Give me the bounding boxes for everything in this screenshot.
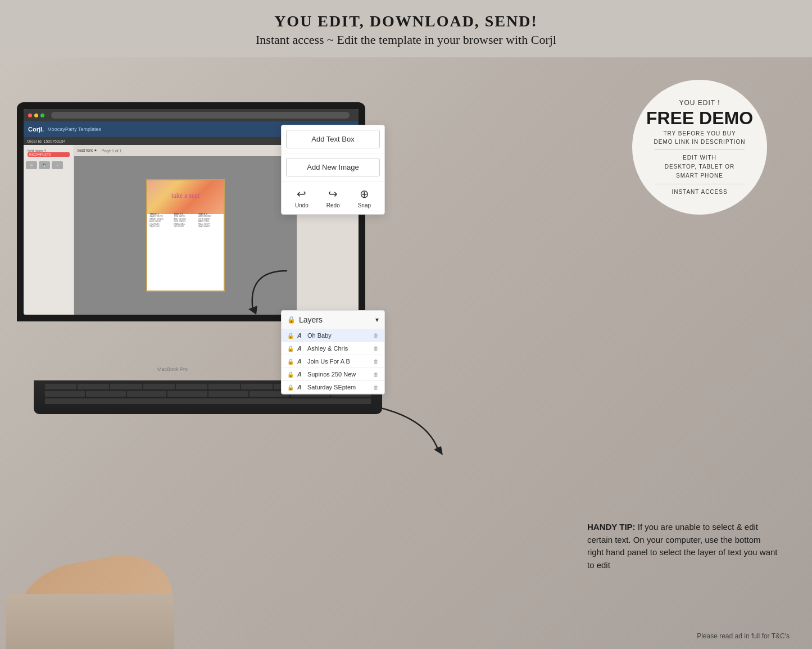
seating-card-content: TABLE 1JAMES WHITESARAH JONESMIKE CHENLI…	[149, 211, 221, 228]
corjl-floating-panel: Add Text Box Add New Image ↩ Undo ↪ Redo…	[281, 125, 385, 215]
key	[127, 391, 167, 397]
key	[78, 384, 109, 389]
layer-name-1: Oh Baby	[307, 332, 370, 339]
corjl-order-id: Order Id: 1500750194	[27, 139, 66, 143]
layer-lock-icon-2: 🔒	[287, 346, 294, 352]
layer-lock-icon-5: 🔒	[287, 384, 294, 391]
corjl-action-buttons: ⟳ 💾 ✓	[26, 161, 71, 169]
demo-try-before: TRY BEFORE YOU BUY DEMO LINK IN DESCRIPT…	[654, 129, 746, 146]
key	[86, 391, 126, 397]
layer-delete-icon-3[interactable]: 🗑	[373, 358, 379, 365]
layer-name-5: Saturday SEptem	[307, 384, 370, 391]
layer-delete-icon-2[interactable]: 🗑	[373, 346, 379, 352]
layer-lock-icon-3: 🔒	[287, 358, 294, 365]
corjl-action-btn-2[interactable]: 💾	[39, 161, 50, 169]
layer-delete-icon-4[interactable]: 🗑	[373, 371, 379, 378]
best-font-label: best font ✦	[78, 148, 97, 153]
handy-tip-section: HANDY TIP: If you are unable to select &…	[587, 521, 778, 571]
layers-header-left: 🔒 Layers	[287, 315, 323, 324]
layers-chevron-icon[interactable]: ▾	[375, 316, 379, 324]
add-text-box-button[interactable]: Add Text Box	[286, 130, 380, 148]
redo-item: ↪ Redo	[326, 187, 340, 208]
layer-item-oh-baby[interactable]: 🔒 A Oh Baby 🗑	[282, 329, 384, 342]
browser-bar	[24, 109, 359, 121]
seating-chart-card: take a seat TABLE 1JAMES WHITESARAH JONE…	[146, 179, 225, 292]
key	[45, 384, 76, 389]
snap-label: Snap	[358, 202, 371, 208]
key	[167, 391, 207, 397]
key	[208, 384, 240, 389]
layers-panel: 🔒 Layers ▾ 🔒 A Oh Baby 🗑 🔒 A Ashley & Ch…	[281, 310, 385, 394]
demo-circle-divider-1	[655, 149, 745, 150]
layers-title: Layers	[299, 315, 323, 324]
corjl-sidebar-field1: field name 4 INCOMPLETE	[26, 147, 71, 159]
layer-text-icon-1: A	[297, 332, 304, 339]
layer-lock-icon-1: 🔒	[287, 333, 294, 339]
demo-free-demo-title: FREE DEMO	[646, 109, 753, 127]
top-banner: YOU EDIT, DOWNLOAD, SEND! Instant access…	[0, 0, 812, 57]
browser-address-bar	[51, 112, 350, 119]
browser-minimize-dot	[34, 114, 38, 117]
layer-text-icon-3: A	[297, 358, 304, 365]
layer-item-supinos[interactable]: 🔒 A Supinos 250 New 🗑	[282, 368, 384, 381]
layer-name-4: Supinos 250 New	[307, 371, 370, 378]
layer-item-join-us[interactable]: 🔒 A Join Us For A B 🗑	[282, 355, 384, 368]
key	[208, 391, 248, 397]
svg-marker-1	[434, 446, 443, 455]
layer-name-3: Join Us For A B	[307, 358, 370, 365]
layer-item-saturday[interactable]: 🔒 A Saturday SEptem 🗑	[282, 381, 384, 394]
demo-you-edit-label: YOU EDIT !	[679, 99, 720, 107]
snap-item: ⊕ Snap	[358, 187, 371, 208]
corjl-sidebar: field name 4 INCOMPLETE ⟳ 💾 ✓	[24, 145, 74, 315]
layers-lock-icon: 🔒	[287, 316, 296, 324]
banner-heading: YOU EDIT, DOWNLOAD, SEND!	[0, 12, 812, 30]
arrow-to-handy-tip	[337, 394, 450, 462]
key	[176, 384, 207, 389]
browser-close-dot	[28, 114, 32, 117]
browser-maximize-dot	[40, 114, 44, 117]
hand-area	[0, 527, 197, 649]
arm-shape	[6, 594, 174, 649]
seating-card-title: take a seat	[147, 192, 224, 200]
layer-text-icon-5: A	[297, 384, 304, 391]
redo-icon: ↪	[328, 187, 338, 201]
undo-label: Undo	[295, 202, 309, 208]
redo-label: Redo	[326, 202, 340, 208]
page-indicator: Page 1 of 1	[102, 149, 122, 153]
demo-circle-divider-2	[655, 184, 745, 184]
tc-note: Please read ad in full for T&C's	[697, 632, 790, 640]
key	[45, 391, 85, 397]
layer-lock-icon-4: 🔒	[287, 371, 294, 378]
demo-circle: YOU EDIT ! FREE DEMO TRY BEFORE YOU BUY …	[632, 80, 767, 215]
handy-tip-bold: HANDY TIP:	[587, 522, 636, 532]
corjl-logo: Corjl.	[28, 126, 44, 133]
corjl-action-btn-3[interactable]: ✓	[52, 161, 63, 169]
demo-instant-access: INSTANT ACCESS	[672, 188, 727, 196]
layer-delete-icon-1[interactable]: 🗑	[373, 333, 379, 339]
undo-item: ↩ Undo	[295, 187, 309, 208]
snap-icon: ⊕	[360, 187, 369, 201]
undo-icon: ↩	[297, 187, 306, 201]
layer-text-icon-4: A	[297, 371, 304, 378]
key	[241, 384, 273, 389]
keyboard-row-3	[45, 398, 371, 404]
key	[143, 384, 175, 389]
corjl-brand: MoocayParty Templates	[47, 126, 101, 132]
layer-name-2: Ashley & Chris	[307, 345, 370, 352]
demo-edit-with-label: EDIT WITH DESKTOP, TABLET OR SMART PHONE	[665, 153, 734, 180]
incomplete-badge: INCOMPLETE	[28, 152, 70, 157]
key	[110, 384, 142, 389]
panel-divider-1	[282, 153, 384, 153]
panel-icon-row: ↩ Undo ↪ Redo ⊕ Snap	[282, 181, 384, 214]
corjl-action-btn-1[interactable]: ⟳	[26, 161, 37, 169]
space-key	[45, 398, 371, 404]
add-new-image-button[interactable]: Add New Image	[286, 158, 380, 176]
layers-header: 🔒 Layers ▾	[282, 311, 384, 329]
layer-text-icon-2: A	[297, 345, 304, 352]
layer-delete-icon-5[interactable]: 🗑	[373, 384, 379, 391]
main-area: Corjl. MoocayParty Templates Order Id: 1…	[0, 57, 812, 649]
layer-item-ashley-chris[interactable]: 🔒 A Ashley & Chris 🗑	[282, 342, 384, 355]
banner-subheading: Instant access ~ Edit the template in yo…	[0, 33, 812, 47]
macbook-label: MacBook Pro	[157, 366, 188, 372]
